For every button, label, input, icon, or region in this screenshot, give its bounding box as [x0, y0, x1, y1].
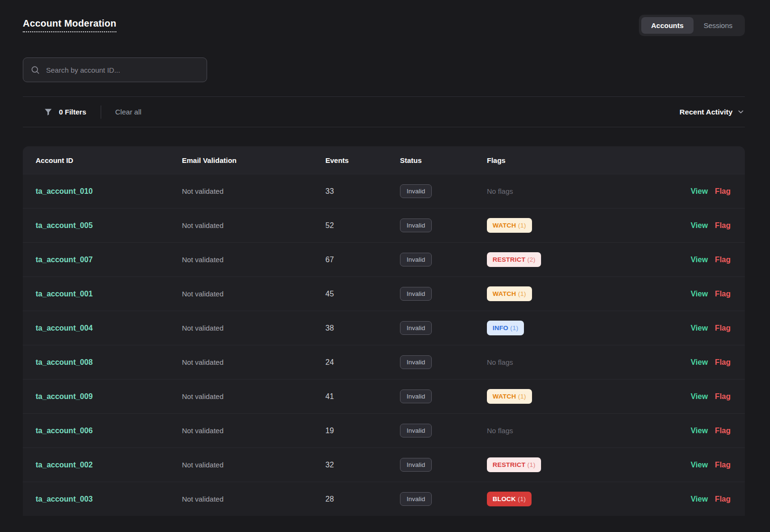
accounts-table: Account ID Email Validation Events Statu… [23, 146, 745, 516]
table-body: ta_account_010 Not validated 33 Invalid … [23, 174, 745, 516]
status-badge: Invalid [400, 184, 432, 198]
events-cell: 32 [325, 461, 400, 469]
status-cell: Invalid [400, 492, 487, 506]
view-button[interactable]: View [691, 324, 708, 332]
events-cell: 67 [325, 256, 400, 264]
account-id-link[interactable]: ta_account_002 [36, 461, 182, 469]
tab-sessions[interactable]: Sessions [694, 17, 742, 34]
account-id-link[interactable]: ta_account_008 [36, 358, 182, 367]
account-id-link[interactable]: ta_account_001 [36, 290, 182, 298]
view-button[interactable]: View [691, 392, 708, 401]
sort-label: Recent Activity [680, 108, 732, 116]
table-header-row: Account ID Email Validation Events Statu… [23, 146, 745, 174]
view-button[interactable]: View [691, 495, 708, 504]
flag-count: (1) [518, 290, 526, 297]
column-header-email-validation: Email Validation [182, 156, 325, 164]
status-badge: Invalid [400, 458, 432, 472]
search-box[interactable] [23, 57, 207, 82]
table-row: ta_account_010 Not validated 33 Invalid … [23, 174, 745, 208]
flags-cell: RESTRICT (1) [487, 457, 674, 472]
flags-cell: INFO (1) [487, 321, 674, 335]
status-cell: Invalid [400, 218, 487, 232]
table-row: ta_account_005 Not validated 52 Invalid … [23, 208, 745, 242]
account-id-link[interactable]: ta_account_005 [36, 221, 182, 230]
view-button[interactable]: View [691, 290, 708, 298]
account-moderation-page: Account Moderation Accounts Sessions 0 F… [0, 13, 770, 516]
status-badge: Invalid [400, 287, 432, 301]
flag-button[interactable]: Flag [715, 392, 731, 401]
flag-button[interactable]: Flag [715, 256, 731, 264]
row-actions: View Flag [674, 187, 731, 196]
flag-count: (1) [510, 324, 518, 332]
status-cell: Invalid [400, 321, 487, 335]
events-cell: 52 [325, 221, 400, 230]
view-button[interactable]: View [691, 187, 708, 196]
search-icon [30, 65, 40, 75]
row-actions: View Flag [674, 461, 731, 469]
table-row: ta_account_004 Not validated 38 Invalid … [23, 311, 745, 345]
flag-button[interactable]: Flag [715, 461, 731, 469]
view-button[interactable]: View [691, 461, 708, 469]
sort-dropdown[interactable]: Recent Activity [680, 108, 745, 116]
column-header-flags: Flags [487, 156, 674, 164]
table-row: ta_account_008 Not validated 24 Invalid … [23, 345, 745, 379]
status-badge: Invalid [400, 218, 432, 232]
flags-cell: RESTRICT (2) [487, 252, 674, 267]
events-cell: 41 [325, 392, 400, 401]
account-id-link[interactable]: ta_account_003 [36, 495, 182, 504]
email-validation-cell: Not validated [182, 324, 325, 332]
flag-button[interactable]: Flag [715, 495, 731, 504]
status-cell: Invalid [400, 355, 487, 369]
account-id-link[interactable]: ta_account_010 [36, 187, 182, 196]
column-header-account-id: Account ID [36, 156, 182, 164]
row-actions: View Flag [674, 427, 731, 435]
page-title: Account Moderation [23, 18, 116, 32]
status-badge: Invalid [400, 253, 432, 266]
row-actions: View Flag [674, 256, 731, 264]
flag-button[interactable]: Flag [715, 324, 731, 332]
flags-cell: WATCH (1) [487, 389, 674, 404]
view-button[interactable]: View [691, 256, 708, 264]
chevron-down-icon [737, 108, 745, 116]
events-cell: 33 [325, 187, 400, 196]
flag-count: (1) [518, 222, 526, 229]
view-button[interactable]: View [691, 358, 708, 367]
status-badge: Invalid [400, 492, 432, 506]
flag-badge-watch: WATCH (1) [487, 218, 532, 233]
flag-button[interactable]: Flag [715, 221, 731, 230]
events-cell: 24 [325, 358, 400, 367]
status-cell: Invalid [400, 424, 487, 437]
row-actions: View Flag [674, 290, 731, 298]
email-validation-cell: Not validated [182, 461, 325, 469]
filter-bar: 0 Filters Clear all Recent Activity [23, 96, 745, 127]
flag-button[interactable]: Flag [715, 427, 731, 435]
account-id-link[interactable]: ta_account_007 [36, 256, 182, 264]
view-button[interactable]: View [691, 427, 708, 435]
view-button[interactable]: View [691, 221, 708, 230]
status-badge: Invalid [400, 390, 432, 403]
filter-funnel-icon [44, 107, 53, 116]
row-actions: View Flag [674, 495, 731, 504]
status-cell: Invalid [400, 253, 487, 266]
email-validation-cell: Not validated [182, 427, 325, 435]
no-flags-label: No flags [487, 358, 513, 366]
flag-button[interactable]: Flag [715, 187, 731, 196]
row-actions: View Flag [674, 221, 731, 230]
clear-all-button[interactable]: Clear all [115, 108, 142, 116]
status-badge: Invalid [400, 355, 432, 369]
account-id-link[interactable]: ta_account_004 [36, 324, 182, 332]
flag-button[interactable]: Flag [715, 358, 731, 367]
table-row: ta_account_003 Not validated 28 Invalid … [23, 482, 745, 516]
flag-badge-restrict: RESTRICT (1) [487, 457, 541, 472]
account-id-link[interactable]: ta_account_006 [36, 427, 182, 435]
events-cell: 45 [325, 290, 400, 298]
search-input[interactable] [45, 66, 200, 75]
flag-badge-restrict: RESTRICT (2) [487, 252, 541, 267]
table-row: ta_account_007 Not validated 67 Invalid … [23, 242, 745, 276]
account-id-link[interactable]: ta_account_009 [36, 392, 182, 401]
flag-button[interactable]: Flag [715, 290, 731, 298]
tab-accounts[interactable]: Accounts [641, 17, 694, 34]
row-actions: View Flag [674, 392, 731, 401]
no-flags-label: No flags [487, 427, 513, 435]
view-toggle: Accounts Sessions [639, 15, 745, 36]
